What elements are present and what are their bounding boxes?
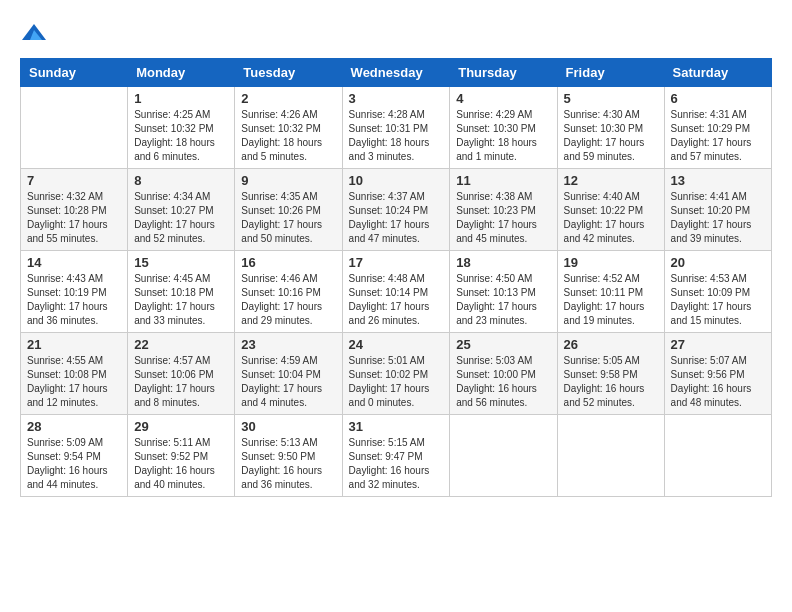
calendar-cell bbox=[557, 415, 664, 497]
day-number: 17 bbox=[349, 255, 444, 270]
day-info: Sunrise: 4:29 AM Sunset: 10:30 PM Daylig… bbox=[456, 108, 550, 164]
day-number: 12 bbox=[564, 173, 658, 188]
day-number: 24 bbox=[349, 337, 444, 352]
day-number: 16 bbox=[241, 255, 335, 270]
calendar-cell: 2Sunrise: 4:26 AM Sunset: 10:32 PM Dayli… bbox=[235, 87, 342, 169]
day-number: 23 bbox=[241, 337, 335, 352]
calendar-cell: 19Sunrise: 4:52 AM Sunset: 10:11 PM Dayl… bbox=[557, 251, 664, 333]
calendar-cell: 30Sunrise: 5:13 AM Sunset: 9:50 PM Dayli… bbox=[235, 415, 342, 497]
day-number: 15 bbox=[134, 255, 228, 270]
day-info: Sunrise: 5:01 AM Sunset: 10:02 PM Daylig… bbox=[349, 354, 444, 410]
calendar-cell: 17Sunrise: 4:48 AM Sunset: 10:14 PM Dayl… bbox=[342, 251, 450, 333]
day-info: Sunrise: 4:30 AM Sunset: 10:30 PM Daylig… bbox=[564, 108, 658, 164]
day-info: Sunrise: 4:48 AM Sunset: 10:14 PM Daylig… bbox=[349, 272, 444, 328]
column-header-wednesday: Wednesday bbox=[342, 59, 450, 87]
calendar-cell: 24Sunrise: 5:01 AM Sunset: 10:02 PM Dayl… bbox=[342, 333, 450, 415]
day-number: 4 bbox=[456, 91, 550, 106]
calendar-cell bbox=[450, 415, 557, 497]
day-info: Sunrise: 4:46 AM Sunset: 10:16 PM Daylig… bbox=[241, 272, 335, 328]
calendar-cell: 12Sunrise: 4:40 AM Sunset: 10:22 PM Dayl… bbox=[557, 169, 664, 251]
calendar-cell: 5Sunrise: 4:30 AM Sunset: 10:30 PM Dayli… bbox=[557, 87, 664, 169]
day-info: Sunrise: 4:57 AM Sunset: 10:06 PM Daylig… bbox=[134, 354, 228, 410]
day-info: Sunrise: 4:31 AM Sunset: 10:29 PM Daylig… bbox=[671, 108, 765, 164]
day-number: 20 bbox=[671, 255, 765, 270]
day-info: Sunrise: 4:55 AM Sunset: 10:08 PM Daylig… bbox=[27, 354, 121, 410]
day-info: Sunrise: 4:53 AM Sunset: 10:09 PM Daylig… bbox=[671, 272, 765, 328]
calendar-cell: 31Sunrise: 5:15 AM Sunset: 9:47 PM Dayli… bbox=[342, 415, 450, 497]
calendar-cell bbox=[21, 87, 128, 169]
calendar-cell: 27Sunrise: 5:07 AM Sunset: 9:56 PM Dayli… bbox=[664, 333, 771, 415]
calendar-cell: 15Sunrise: 4:45 AM Sunset: 10:18 PM Dayl… bbox=[128, 251, 235, 333]
calendar-cell: 26Sunrise: 5:05 AM Sunset: 9:58 PM Dayli… bbox=[557, 333, 664, 415]
calendar-cell: 14Sunrise: 4:43 AM Sunset: 10:19 PM Dayl… bbox=[21, 251, 128, 333]
calendar-cell: 11Sunrise: 4:38 AM Sunset: 10:23 PM Dayl… bbox=[450, 169, 557, 251]
week-row-1: 1Sunrise: 4:25 AM Sunset: 10:32 PM Dayli… bbox=[21, 87, 772, 169]
day-number: 13 bbox=[671, 173, 765, 188]
day-number: 8 bbox=[134, 173, 228, 188]
day-info: Sunrise: 4:52 AM Sunset: 10:11 PM Daylig… bbox=[564, 272, 658, 328]
calendar-cell: 10Sunrise: 4:37 AM Sunset: 10:24 PM Dayl… bbox=[342, 169, 450, 251]
day-info: Sunrise: 5:05 AM Sunset: 9:58 PM Dayligh… bbox=[564, 354, 658, 410]
day-number: 2 bbox=[241, 91, 335, 106]
column-header-monday: Monday bbox=[128, 59, 235, 87]
column-header-sunday: Sunday bbox=[21, 59, 128, 87]
day-number: 14 bbox=[27, 255, 121, 270]
day-number: 1 bbox=[134, 91, 228, 106]
day-number: 25 bbox=[456, 337, 550, 352]
calendar-cell: 4Sunrise: 4:29 AM Sunset: 10:30 PM Dayli… bbox=[450, 87, 557, 169]
calendar-cell: 1Sunrise: 4:25 AM Sunset: 10:32 PM Dayli… bbox=[128, 87, 235, 169]
calendar-cell bbox=[664, 415, 771, 497]
calendar-cell: 18Sunrise: 4:50 AM Sunset: 10:13 PM Dayl… bbox=[450, 251, 557, 333]
logo-icon bbox=[20, 20, 48, 48]
calendar-cell: 23Sunrise: 4:59 AM Sunset: 10:04 PM Dayl… bbox=[235, 333, 342, 415]
calendar-table: SundayMondayTuesdayWednesdayThursdayFrid… bbox=[20, 58, 772, 497]
day-info: Sunrise: 5:13 AM Sunset: 9:50 PM Dayligh… bbox=[241, 436, 335, 492]
calendar-cell: 7Sunrise: 4:32 AM Sunset: 10:28 PM Dayli… bbox=[21, 169, 128, 251]
week-row-3: 14Sunrise: 4:43 AM Sunset: 10:19 PM Dayl… bbox=[21, 251, 772, 333]
day-info: Sunrise: 5:07 AM Sunset: 9:56 PM Dayligh… bbox=[671, 354, 765, 410]
day-info: Sunrise: 5:15 AM Sunset: 9:47 PM Dayligh… bbox=[349, 436, 444, 492]
day-number: 6 bbox=[671, 91, 765, 106]
day-info: Sunrise: 4:38 AM Sunset: 10:23 PM Daylig… bbox=[456, 190, 550, 246]
day-info: Sunrise: 4:37 AM Sunset: 10:24 PM Daylig… bbox=[349, 190, 444, 246]
calendar-cell: 28Sunrise: 5:09 AM Sunset: 9:54 PM Dayli… bbox=[21, 415, 128, 497]
day-info: Sunrise: 4:34 AM Sunset: 10:27 PM Daylig… bbox=[134, 190, 228, 246]
column-header-saturday: Saturday bbox=[664, 59, 771, 87]
day-info: Sunrise: 4:28 AM Sunset: 10:31 PM Daylig… bbox=[349, 108, 444, 164]
day-number: 10 bbox=[349, 173, 444, 188]
day-number: 27 bbox=[671, 337, 765, 352]
day-number: 30 bbox=[241, 419, 335, 434]
week-row-2: 7Sunrise: 4:32 AM Sunset: 10:28 PM Dayli… bbox=[21, 169, 772, 251]
calendar-header-row: SundayMondayTuesdayWednesdayThursdayFrid… bbox=[21, 59, 772, 87]
calendar-cell: 20Sunrise: 4:53 AM Sunset: 10:09 PM Dayl… bbox=[664, 251, 771, 333]
day-number: 11 bbox=[456, 173, 550, 188]
calendar-cell: 3Sunrise: 4:28 AM Sunset: 10:31 PM Dayli… bbox=[342, 87, 450, 169]
calendar-cell: 6Sunrise: 4:31 AM Sunset: 10:29 PM Dayli… bbox=[664, 87, 771, 169]
day-number: 29 bbox=[134, 419, 228, 434]
week-row-4: 21Sunrise: 4:55 AM Sunset: 10:08 PM Dayl… bbox=[21, 333, 772, 415]
day-number: 28 bbox=[27, 419, 121, 434]
day-number: 5 bbox=[564, 91, 658, 106]
day-info: Sunrise: 5:11 AM Sunset: 9:52 PM Dayligh… bbox=[134, 436, 228, 492]
calendar-cell: 29Sunrise: 5:11 AM Sunset: 9:52 PM Dayli… bbox=[128, 415, 235, 497]
day-number: 22 bbox=[134, 337, 228, 352]
logo bbox=[20, 20, 52, 48]
column-header-thursday: Thursday bbox=[450, 59, 557, 87]
calendar-cell: 25Sunrise: 5:03 AM Sunset: 10:00 PM Dayl… bbox=[450, 333, 557, 415]
day-info: Sunrise: 4:25 AM Sunset: 10:32 PM Daylig… bbox=[134, 108, 228, 164]
day-info: Sunrise: 4:35 AM Sunset: 10:26 PM Daylig… bbox=[241, 190, 335, 246]
day-info: Sunrise: 4:32 AM Sunset: 10:28 PM Daylig… bbox=[27, 190, 121, 246]
day-number: 21 bbox=[27, 337, 121, 352]
day-number: 26 bbox=[564, 337, 658, 352]
page-header bbox=[20, 20, 772, 48]
day-info: Sunrise: 5:09 AM Sunset: 9:54 PM Dayligh… bbox=[27, 436, 121, 492]
week-row-5: 28Sunrise: 5:09 AM Sunset: 9:54 PM Dayli… bbox=[21, 415, 772, 497]
day-info: Sunrise: 4:40 AM Sunset: 10:22 PM Daylig… bbox=[564, 190, 658, 246]
calendar-cell: 21Sunrise: 4:55 AM Sunset: 10:08 PM Dayl… bbox=[21, 333, 128, 415]
day-info: Sunrise: 5:03 AM Sunset: 10:00 PM Daylig… bbox=[456, 354, 550, 410]
calendar-cell: 9Sunrise: 4:35 AM Sunset: 10:26 PM Dayli… bbox=[235, 169, 342, 251]
day-number: 19 bbox=[564, 255, 658, 270]
day-number: 9 bbox=[241, 173, 335, 188]
calendar-cell: 22Sunrise: 4:57 AM Sunset: 10:06 PM Dayl… bbox=[128, 333, 235, 415]
day-number: 7 bbox=[27, 173, 121, 188]
